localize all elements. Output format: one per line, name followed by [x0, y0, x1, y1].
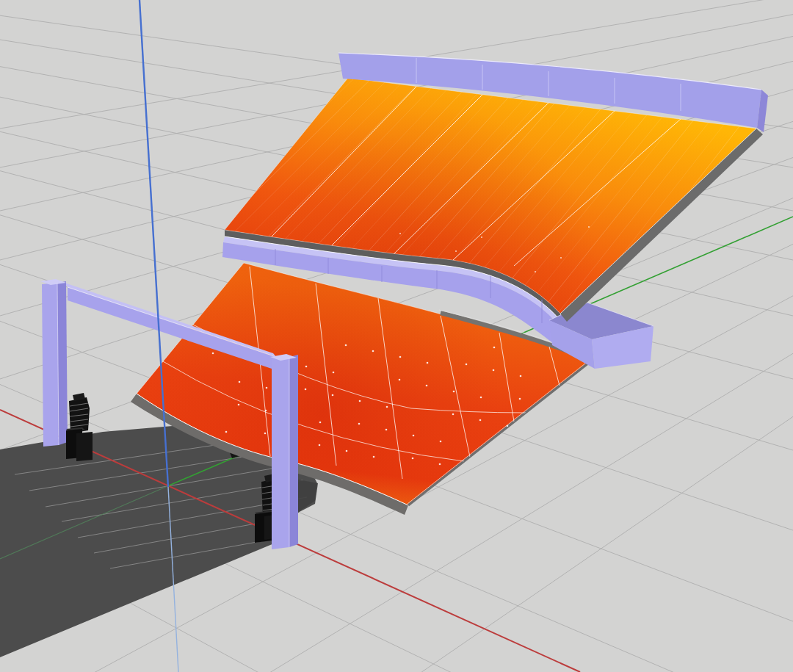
portal-post-left-side[interactable]: [57, 281, 68, 445]
portal-post-left-front[interactable]: [42, 283, 59, 447]
portal-post-right-front[interactable]: [272, 357, 289, 549]
scene-canvas[interactable]: [0, 0, 793, 672]
cad-viewport[interactable]: [0, 0, 793, 672]
portal-post-right-side[interactable]: [289, 355, 298, 547]
speaker-stack-left-box-2[interactable]: [76, 432, 93, 461]
